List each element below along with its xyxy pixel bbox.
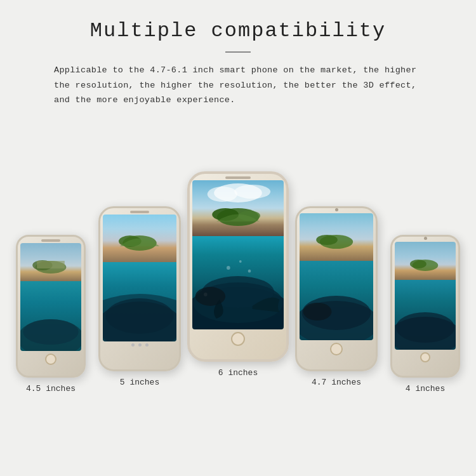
screen-far-right: [395, 242, 456, 350]
home-btn-mid-right: [330, 343, 343, 355]
svg-point-19: [204, 293, 208, 296]
speaker-center: [225, 176, 251, 179]
home-btn-far-right: [420, 352, 430, 362]
home-btn-center: [231, 332, 245, 346]
camera-far-right: [424, 237, 427, 240]
phone-center: 6 inches: [187, 171, 289, 378]
phone-mid-right: 4.7 inches: [295, 206, 378, 387]
svg-point-31: [396, 312, 454, 343]
camera-mid-right: [335, 208, 338, 211]
svg-point-24: [316, 235, 338, 245]
phone-label-far-right: 4 inches: [406, 384, 445, 393]
page-container: Multiple compatibility Applicable to the…: [0, 0, 476, 476]
svg-point-27: [303, 303, 332, 321]
svg-point-4: [23, 319, 78, 345]
speaker-far-left: [41, 239, 60, 242]
phone-frame-mid-right: [295, 206, 378, 371]
phone-far-right: 4 inches: [390, 235, 460, 393]
phone-label-center: 6 inches: [218, 368, 258, 378]
phone-frame-mid-left: [98, 206, 181, 371]
svg-point-29: [410, 260, 426, 268]
phone-frame-far-left: [16, 235, 86, 378]
phone-frame-far-right: [390, 235, 460, 378]
svg-point-22: [248, 269, 251, 272]
svg-point-21: [239, 260, 242, 263]
screen-center: [192, 180, 284, 329]
home-btn-far-left: [45, 354, 56, 365]
phone-far-left: 4.5 inches: [16, 235, 86, 393]
title-divider: [225, 51, 251, 53]
phone-label-mid-right: 4.7 inches: [312, 378, 361, 387]
phone-label-far-left: 4.5 inches: [26, 384, 76, 393]
screen-mid-left: [103, 215, 176, 341]
speaker-mid-left: [130, 211, 149, 213]
svg-point-10: [208, 187, 237, 202]
screen-far-left: [20, 243, 81, 351]
description-text: Applicable to the 4.7-6.1 inch smart pho…: [54, 63, 422, 108]
screen-mid-right: [300, 213, 373, 340]
svg-point-11: [234, 185, 270, 199]
phones-display: 4.5 inches: [0, 127, 476, 400]
svg-rect-2: [37, 261, 65, 268]
phone-frame-center: [187, 171, 289, 362]
page-title: Multiple compatibility: [90, 19, 386, 43]
phone-mid-left: 5 inches: [98, 206, 181, 387]
svg-point-20: [227, 266, 230, 270]
phone-label-mid-left: 5 inches: [120, 378, 159, 387]
